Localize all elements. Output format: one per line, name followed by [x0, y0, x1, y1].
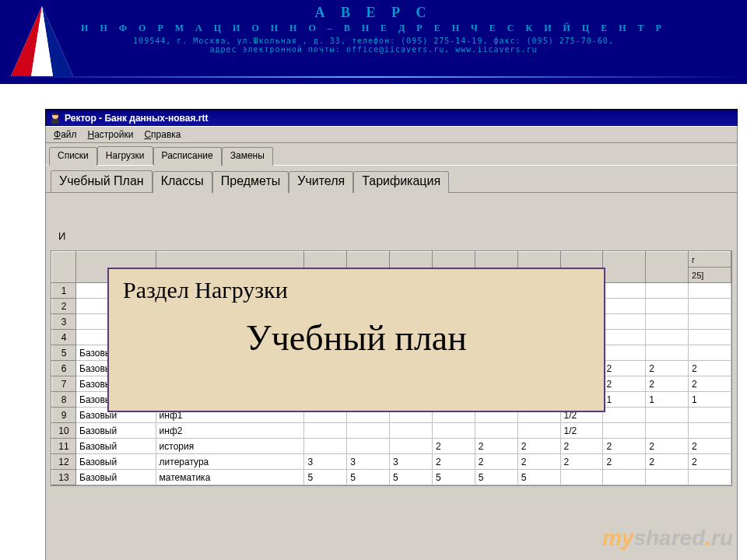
cell-value[interactable]	[646, 330, 689, 345]
table-row[interactable]: 10Базовыйинф21/2	[52, 423, 731, 439]
cell-value[interactable]: 2	[646, 376, 689, 392]
cell-value[interactable]: 2	[689, 454, 731, 470]
cell-value[interactable]	[603, 283, 646, 299]
tab-loads[interactable]: Нагрузки	[97, 146, 153, 165]
cell-value[interactable]	[689, 345, 731, 361]
cell-value[interactable]: 1/2	[560, 423, 603, 439]
cell-value[interactable]: 2	[603, 376, 646, 392]
cell-value[interactable]: 2	[689, 376, 731, 392]
cell-value[interactable]	[689, 408, 731, 423]
cell-value[interactable]	[646, 299, 689, 314]
cell-value[interactable]: 2	[603, 439, 646, 454]
table-row[interactable]: 11Базовыйистория2222222	[52, 439, 731, 454]
cell-value[interactable]	[646, 283, 689, 299]
cell-value[interactable]: 5	[347, 470, 390, 485]
subtab-classes[interactable]: Классы	[153, 171, 212, 193]
row-number[interactable]: 13	[52, 470, 76, 485]
table-row[interactable]: 13Базовыйматематика555555	[52, 470, 731, 485]
row-number[interactable]: 3	[52, 314, 76, 330]
col-10-top[interactable]: г	[689, 252, 731, 268]
cell-value[interactable]	[689, 423, 731, 439]
cell-value[interactable]: 3	[347, 454, 390, 470]
col-8[interactable]	[603, 252, 646, 283]
row-number[interactable]: 2	[52, 299, 76, 314]
cell-value[interactable]	[347, 439, 390, 454]
cell-value[interactable]	[646, 470, 689, 485]
cell-subject[interactable]: история	[156, 439, 304, 454]
cell-value[interactable]	[646, 423, 689, 439]
titlebar[interactable]: Ректор - Банк данных-новая.rtt	[45, 109, 738, 126]
cell-value[interactable]: 1	[603, 392, 646, 408]
cell-value[interactable]: 5	[304, 470, 347, 485]
cell-type[interactable]: Базовый	[76, 439, 156, 454]
cell-value[interactable]	[689, 314, 731, 330]
cell-value[interactable]: 2	[603, 361, 646, 376]
cell-value[interactable]: 2	[475, 454, 517, 470]
cell-value[interactable]	[432, 423, 475, 439]
tab-lists[interactable]: Списки	[49, 147, 97, 166]
cell-value[interactable]: 2	[646, 454, 689, 470]
table-row[interactable]: 12Базовыйлитература3332222222	[52, 454, 731, 470]
subtab-plan[interactable]: Учебный План	[51, 170, 153, 192]
cell-value[interactable]: 2	[560, 439, 603, 454]
cell-value[interactable]	[517, 423, 560, 439]
cell-value[interactable]	[390, 439, 433, 454]
cell-subject[interactable]: инф2	[156, 423, 304, 439]
cell-value[interactable]	[304, 423, 347, 439]
cell-value[interactable]	[560, 470, 603, 485]
cell-value[interactable]	[689, 470, 731, 485]
cell-value[interactable]: 5	[517, 470, 560, 485]
cell-value[interactable]	[603, 299, 646, 314]
cell-value[interactable]	[646, 408, 689, 423]
cell-value[interactable]	[603, 330, 646, 345]
menu-settings[interactable]: Настройки	[83, 128, 139, 142]
cell-value[interactable]	[689, 299, 731, 314]
cell-value[interactable]: 2	[475, 439, 517, 454]
subtab-teachers[interactable]: Учителя	[289, 171, 353, 193]
cell-subject[interactable]: математика	[156, 470, 304, 485]
row-number[interactable]: 6	[52, 361, 76, 376]
cell-value[interactable]	[646, 314, 689, 330]
cell-value[interactable]: 5	[432, 470, 475, 485]
col-9[interactable]	[646, 252, 689, 283]
cell-value[interactable]	[347, 423, 390, 439]
tab-subs[interactable]: Замены	[222, 147, 273, 166]
cell-value[interactable]: 2	[646, 439, 689, 454]
cell-value[interactable]: 2	[432, 454, 475, 470]
cell-value[interactable]: 5	[475, 470, 517, 485]
row-number[interactable]: 8	[52, 392, 76, 408]
cell-value[interactable]	[646, 345, 689, 361]
menu-help[interactable]: Справка	[139, 128, 185, 142]
cell-value[interactable]: 2	[517, 454, 560, 470]
subtab-tariff[interactable]: Тарификация	[353, 171, 449, 193]
cell-value[interactable]: 5	[390, 470, 433, 485]
cell-value[interactable]	[603, 470, 646, 485]
cell-value[interactable]	[475, 423, 517, 439]
cell-type[interactable]: Базовый	[76, 454, 156, 470]
cell-value[interactable]	[304, 439, 347, 454]
cell-value[interactable]: 2	[517, 439, 560, 454]
cell-value[interactable]	[603, 408, 646, 423]
cell-type[interactable]: Базовый	[76, 470, 156, 485]
menu-file[interactable]: Файл	[49, 128, 82, 142]
row-number[interactable]: 7	[52, 376, 76, 392]
cell-value[interactable]: 1	[689, 392, 731, 408]
row-number[interactable]: 10	[52, 423, 76, 439]
subtab-subjects[interactable]: Предметы	[212, 171, 289, 193]
cell-subject[interactable]: литература	[156, 454, 304, 470]
cell-value[interactable]	[689, 330, 731, 345]
cell-value[interactable]: 3	[304, 454, 347, 470]
cell-value[interactable]	[689, 283, 731, 299]
cell-type[interactable]: Базовый	[76, 423, 156, 439]
cell-value[interactable]: 2	[432, 439, 475, 454]
row-number[interactable]: 5	[52, 345, 76, 361]
cell-value[interactable]: 2	[689, 361, 731, 376]
cell-value[interactable]: 1	[646, 392, 689, 408]
row-number[interactable]: 11	[52, 439, 76, 454]
cell-value[interactable]	[603, 423, 646, 439]
tab-schedule[interactable]: Расписание	[153, 147, 222, 166]
row-number[interactable]: 4	[52, 330, 76, 345]
row-number[interactable]: 1	[52, 283, 76, 299]
cell-value[interactable]: 2	[646, 361, 689, 376]
col-10-bottom[interactable]: 25]	[689, 268, 731, 283]
